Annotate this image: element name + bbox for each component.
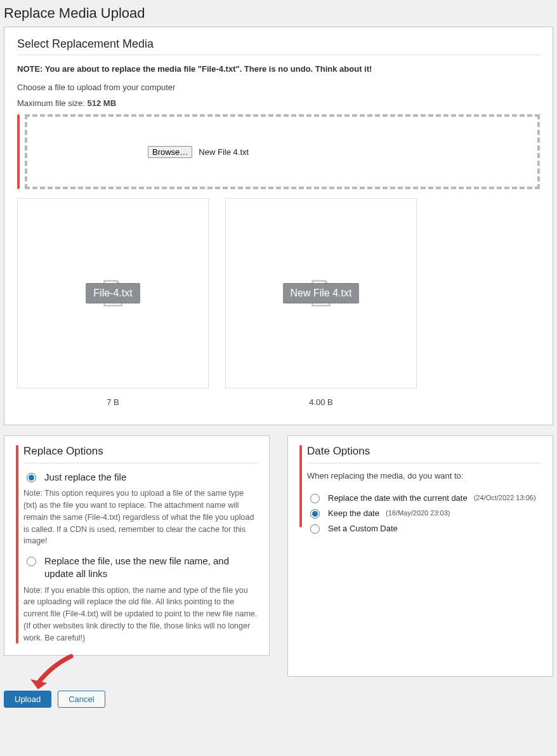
- preview-new-size: 4.00 B: [309, 397, 333, 407]
- replace-option-rename-update[interactable]: Replace the file, use the new file name,…: [23, 555, 258, 581]
- date-option-keep[interactable]: Keep the date (18/May/2020 23:03): [307, 507, 541, 519]
- replace-option2-note: Note: If you enable this option, the nam…: [23, 585, 258, 644]
- cancel-button[interactable]: Cancel: [58, 691, 105, 708]
- date-option-label: Replace the date with the current date: [328, 493, 468, 503]
- replace-options-panel: Replace Options Just replace the file No…: [4, 435, 270, 656]
- date-option-current[interactable]: Replace the date with the current date (…: [307, 492, 541, 503]
- preview-new-name: New File 4.txt: [283, 283, 360, 303]
- max-size-value: 512 MB: [88, 98, 117, 108]
- date-options-panel: Date Options When replacing the media, d…: [287, 435, 553, 677]
- date-option-sub: (24/Oct/2022 13:06): [474, 494, 536, 501]
- section-heading: Select Replacement Media: [17, 37, 540, 55]
- preview-old-name: File-4.txt: [86, 283, 140, 303]
- date-options-desc: When replacing the media, do you want to…: [307, 471, 541, 481]
- date-option-label: Keep the date: [328, 508, 379, 518]
- upload-button[interactable]: Upload: [4, 691, 51, 708]
- replace-option-label: Just replace the file: [44, 471, 126, 484]
- preview-old-size: 7 B: [107, 397, 119, 407]
- max-file-size: Maximum file size: 512 MB: [17, 98, 540, 108]
- radio-just-replace[interactable]: [27, 473, 36, 482]
- date-option-sub: (18/May/2020 23:03): [386, 509, 450, 517]
- selected-file-name: New File 4.txt: [199, 147, 249, 157]
- max-size-label: Maximum file size:: [17, 98, 88, 108]
- page-title: Replace Media Upload: [4, 0, 553, 27]
- radio-date-custom[interactable]: [310, 524, 320, 534]
- replace-options-heading: Replace Options: [23, 445, 258, 463]
- accent-bar: [16, 445, 18, 644]
- replace-option1-note: Note: This option requires you to upload…: [23, 487, 258, 547]
- accent-bar: [17, 114, 20, 189]
- replace-option-label: Replace the file, use the new file name,…: [44, 555, 258, 581]
- preview-new-box: New File 4.txt: [225, 198, 417, 388]
- replace-option-just-replace[interactable]: Just replace the file: [23, 471, 258, 484]
- date-option-custom[interactable]: Set a Custom Date: [307, 522, 541, 534]
- preview-old-box: File-4.txt: [17, 198, 209, 388]
- preview-new-column: New File 4.txt 4.00 B: [225, 198, 417, 407]
- date-option-label: Set a Custom Date: [328, 524, 398, 533]
- accent-bar: [299, 445, 302, 527]
- browse-button[interactable]: Browse…: [148, 146, 192, 158]
- radio-date-keep[interactable]: [310, 509, 320, 519]
- radio-rename-update[interactable]: [27, 557, 36, 566]
- file-drop-area[interactable]: Browse… New File 4.txt: [25, 114, 540, 189]
- radio-date-current[interactable]: [310, 494, 320, 503]
- preview-old-column: File-4.txt 7 B: [17, 198, 209, 407]
- date-options-heading: Date Options: [307, 445, 541, 463]
- choose-instruction: Choose a file to upload from your comput…: [17, 83, 540, 92]
- replace-warning: NOTE: You are about to replace the media…: [17, 64, 540, 74]
- upload-panel: Select Replacement Media NOTE: You are a…: [4, 27, 553, 425]
